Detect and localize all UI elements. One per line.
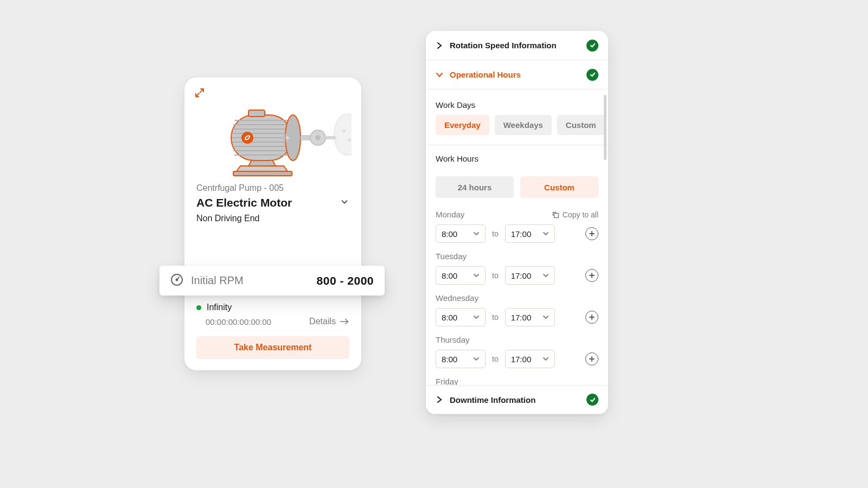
svg-point-25 bbox=[176, 279, 178, 280]
time-to-select[interactable]: 17:00 bbox=[505, 308, 555, 326]
infinity-label: Infinity bbox=[207, 303, 232, 312]
check-icon bbox=[586, 40, 598, 52]
day-name: Wednesday bbox=[436, 293, 478, 303]
svg-point-22 bbox=[342, 130, 346, 133]
workhours-24h-option[interactable]: 24 hours bbox=[436, 176, 514, 198]
time-from-select[interactable]: 8:00 bbox=[436, 350, 486, 368]
settings-panel: Rotation Speed Information Operational H… bbox=[426, 31, 608, 414]
day-block: Friday bbox=[426, 368, 608, 385]
svg-rect-12 bbox=[248, 110, 265, 117]
details-link[interactable]: Details bbox=[309, 317, 349, 326]
workdays-weekdays-option[interactable]: Weekdays bbox=[495, 115, 552, 135]
workhours-custom-option[interactable]: Custom bbox=[520, 176, 598, 198]
time-to-select[interactable]: 17:00 bbox=[505, 350, 555, 368]
workdays-everyday-option[interactable]: Everyday bbox=[436, 115, 489, 135]
accordion-operational-hours[interactable]: Operational Hours bbox=[426, 60, 608, 89]
svg-point-13 bbox=[241, 132, 253, 144]
asset-subtitle: Non Driving End bbox=[196, 214, 349, 223]
workdays-custom-option[interactable]: Custom bbox=[557, 115, 605, 135]
motor-illustration bbox=[184, 78, 361, 183]
scrollbar[interactable] bbox=[604, 95, 607, 380]
day-name: Monday bbox=[436, 210, 464, 219]
workhours-label: Work Hours bbox=[426, 145, 608, 169]
gauge-icon bbox=[170, 273, 183, 288]
workhours-segmented: 24 hours Custom bbox=[426, 169, 608, 201]
workdays-segmented: Everyday Weekdays Custom bbox=[426, 115, 608, 145]
check-icon bbox=[586, 394, 598, 406]
svg-rect-26 bbox=[554, 213, 558, 217]
rpm-value: 800 - 2000 bbox=[317, 274, 374, 287]
day-block: Tuesday 8:00 to 17:00 bbox=[426, 243, 608, 285]
to-label: to bbox=[492, 229, 499, 238]
svg-rect-0 bbox=[233, 171, 292, 176]
rpm-label: Initial RPM bbox=[191, 274, 317, 287]
accordion-title: Operational Hours bbox=[450, 70, 580, 79]
motor-card: Centrfugal Pump - 005 AC Electric Motor … bbox=[184, 78, 361, 370]
to-label: to bbox=[492, 313, 499, 322]
time-to-select[interactable]: 17:00 bbox=[505, 224, 555, 243]
to-label: to bbox=[492, 355, 499, 363]
time-from-select[interactable]: 8:00 bbox=[436, 224, 486, 243]
chevron-down-icon[interactable] bbox=[340, 197, 349, 209]
asset-id: Centrfugal Pump - 005 bbox=[196, 183, 349, 193]
take-measurement-button[interactable]: Take Measurement bbox=[196, 336, 349, 359]
mac-address: 00:00:00:00:00:00 bbox=[206, 317, 271, 326]
asset-title: AC Electric Motor bbox=[196, 196, 292, 209]
time-to-select[interactable]: 17:00 bbox=[505, 266, 555, 285]
chevron-right-icon bbox=[436, 42, 443, 49]
day-name: Tuesday bbox=[436, 252, 467, 261]
add-time-range-button[interactable] bbox=[585, 269, 598, 282]
status-dot bbox=[196, 305, 201, 310]
workdays-label: Work Days bbox=[426, 89, 608, 115]
accordion-rotation-speed[interactable]: Rotation Speed Information bbox=[426, 31, 608, 60]
time-from-select[interactable]: 8:00 bbox=[436, 266, 486, 285]
svg-point-19 bbox=[315, 135, 321, 140]
chevron-right-icon bbox=[436, 396, 443, 403]
day-block: Thursday 8:00 to 17:00 bbox=[426, 326, 608, 368]
day-name: Thursday bbox=[436, 335, 470, 344]
add-time-range-button[interactable] bbox=[585, 227, 598, 240]
add-time-range-button[interactable] bbox=[585, 311, 598, 324]
day-block: Wednesday 8:00 to 17:00 bbox=[426, 285, 608, 326]
check-icon bbox=[586, 69, 598, 81]
expand-icon[interactable] bbox=[194, 87, 205, 98]
accordion-title: Rotation Speed Information bbox=[450, 41, 580, 50]
copy-to-all-button[interactable]: Copy to all bbox=[552, 210, 598, 219]
accordion-downtime[interactable]: Downtime Information bbox=[426, 385, 608, 414]
svg-point-23 bbox=[348, 138, 351, 142]
to-label: to bbox=[492, 271, 499, 280]
day-block: MondayCopy to all 8:00 to 17:00 bbox=[426, 201, 608, 243]
svg-point-21 bbox=[334, 114, 352, 155]
chevron-down-icon bbox=[436, 71, 443, 79]
time-from-select[interactable]: 8:00 bbox=[436, 308, 486, 326]
accordion-title: Downtime Information bbox=[450, 395, 580, 404]
day-name: Friday bbox=[436, 377, 458, 385]
rpm-card: Initial RPM 800 - 2000 bbox=[159, 266, 385, 296]
add-time-range-button[interactable] bbox=[585, 352, 598, 365]
